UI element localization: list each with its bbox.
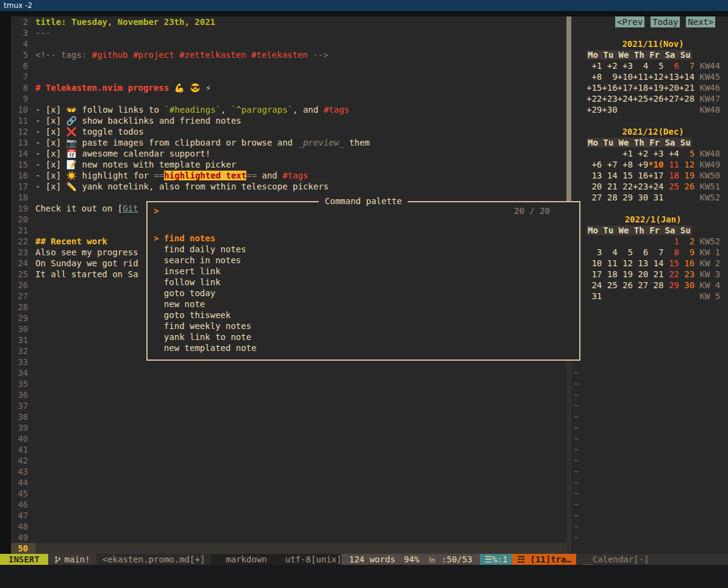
calendar-day[interactable]: +1 [618, 149, 633, 158]
editor-line[interactable]: 42 [11, 455, 566, 466]
calendar-day[interactable]: *10 [648, 160, 663, 169]
calendar-day[interactable]: 16 [679, 258, 694, 268]
editor-line[interactable]: 34 [11, 367, 566, 378]
calendar-day[interactable]: 14 [602, 171, 617, 180]
calendar-day[interactable]: +18 [633, 83, 648, 93]
calendar-day[interactable]: 9 [679, 247, 694, 257]
editor-line[interactable]: 40 [11, 433, 566, 444]
editor-line[interactable]: 39 [11, 422, 566, 433]
calendar-day[interactable]: +24 [648, 182, 663, 191]
editor-line[interactable]: 6 [11, 60, 566, 71]
calendar-day[interactable]: 15 [663, 258, 679, 268]
calendar-day[interactable]: 28 [602, 193, 617, 202]
editor-line[interactable]: 50 [11, 543, 566, 554]
editor-line[interactable]: 47 [11, 510, 566, 521]
calendar-day[interactable]: 22 [618, 182, 633, 191]
calendar-day[interactable]: +24 [618, 94, 633, 104]
calendar-day[interactable]: +8 [587, 72, 602, 82]
calendar-day[interactable]: 29 [663, 280, 679, 290]
calendar-day[interactable]: +17 [618, 83, 633, 93]
editor-line[interactable]: 7 [11, 71, 566, 82]
palette-item[interactable]: goto thisweek [148, 310, 579, 321]
git-branch[interactable]: main! [48, 554, 96, 565]
calendar-day[interactable]: 20 [633, 269, 648, 279]
calendar-day[interactable]: +12 [648, 72, 663, 82]
calendar-day[interactable]: 15 [618, 171, 633, 180]
palette-item[interactable]: find weekly notes [148, 321, 579, 331]
palette-item[interactable]: follow link [148, 277, 579, 288]
calendar-day[interactable]: +9 [633, 160, 648, 169]
calendar-day[interactable]: +14 [679, 72, 694, 82]
calendar-day[interactable]: +4 [663, 149, 679, 158]
calendar-day[interactable]: +6 [587, 160, 602, 169]
calendar-day[interactable]: +11 [633, 72, 648, 82]
editor-line[interactable]: 11- [x] 🔗 show backlinks and friend note… [11, 115, 566, 126]
editor-line[interactable]: 12- [x] ❌ toggle todos [11, 126, 566, 137]
calendar-day[interactable]: 7 [648, 247, 663, 257]
editor-line[interactable]: 3--- [11, 27, 566, 38]
editor-line[interactable]: 38 [11, 411, 566, 422]
calendar-day[interactable]: 18 [602, 269, 617, 279]
editor-line[interactable]: 14- [x] 📅 awesome calendar support! [11, 148, 566, 159]
calendar-day[interactable]: +2 [602, 61, 617, 71]
calendar-day[interactable]: +22 [587, 94, 602, 104]
editor-line[interactable]: 16- [x] ☀️ highlight for ==highlighted t… [11, 170, 566, 181]
calendar-day[interactable]: 23 [679, 269, 694, 279]
calendar-day[interactable]: 4 [602, 247, 617, 257]
calendar-day[interactable]: +27 [663, 94, 679, 104]
editor-line[interactable]: 4 [11, 38, 566, 49]
calendar-day[interactable]: +16 [602, 83, 617, 93]
calendar-day[interactable]: 27 [587, 193, 602, 202]
calendar-day[interactable]: +23 [602, 94, 617, 104]
palette-item[interactable]: new note [148, 299, 579, 310]
calendar-day[interactable]: 7 [679, 61, 694, 71]
calendar-day[interactable]: +17 [648, 171, 663, 180]
calendar-day[interactable]: 6 [663, 61, 679, 71]
calendar-day[interactable]: +8 [618, 160, 633, 169]
calendar-day[interactable]: 26 [618, 280, 633, 290]
calendar-day[interactable]: 14 [648, 258, 663, 268]
commandline[interactable]: :lua require('telekasten').panel() [0, 565, 728, 576]
calendar-day[interactable]: 25 [602, 280, 617, 290]
calendar-day[interactable]: +21 [679, 83, 694, 93]
calendar-day[interactable]: 22 [663, 269, 679, 279]
calendar-day[interactable]: +1 [587, 61, 602, 71]
next-button[interactable]: Next> [686, 16, 715, 27]
calendar-day[interactable]: 10 [587, 258, 602, 268]
palette-item[interactable]: find daily notes [148, 244, 579, 255]
calendar-day[interactable]: +10 [618, 72, 633, 82]
calendar-day[interactable]: +23 [633, 182, 648, 191]
calendar-day[interactable]: 5 [648, 61, 663, 71]
calendar-day[interactable]: 30 [633, 193, 648, 202]
calendar-day[interactable]: +30 [602, 105, 617, 115]
palette-item[interactable]: new templated note [148, 342, 579, 353]
calendar-day[interactable]: 21 [648, 269, 663, 279]
palette-item[interactable]: insert link [148, 266, 579, 277]
calendar-day[interactable]: +20 [663, 83, 679, 93]
editor-line[interactable]: 41 [11, 444, 566, 455]
editor-line[interactable]: 37 [11, 400, 566, 411]
editor-line[interactable]: 35 [11, 378, 566, 389]
editor-line[interactable]: 36 [11, 389, 566, 400]
calendar-day[interactable]: 30 [679, 280, 694, 290]
calendar-day[interactable]: +3 [618, 61, 633, 71]
calendar-day[interactable]: 9 [602, 72, 617, 82]
calendar-day[interactable]: 25 [663, 182, 679, 191]
calendar-day[interactable]: 18 [663, 171, 679, 180]
calendar-day[interactable]: 24 [587, 280, 602, 290]
calendar-day[interactable]: 19 [679, 171, 694, 180]
today-button[interactable]: Today [651, 16, 680, 27]
editor-line[interactable]: 10- [x] 👐 follow links to `#headings`, `… [11, 104, 566, 115]
calendar-day[interactable]: 13 [633, 258, 648, 268]
calendar-day[interactable]: +28 [679, 94, 694, 104]
palette-item[interactable]: search in notes [148, 255, 579, 266]
calendar-day[interactable]: +13 [663, 72, 679, 82]
calendar-day[interactable]: 2 [679, 236, 694, 246]
editor-line[interactable]: 48 [11, 521, 566, 532]
editor-line[interactable]: 17- [x] ✏️ yank notelink, also from wthi… [11, 181, 566, 192]
calendar-day[interactable]: 6 [633, 247, 648, 257]
editor-line[interactable]: 46 [11, 499, 566, 510]
calendar-day[interactable]: 29 [618, 193, 633, 202]
calendar-day[interactable]: +19 [648, 83, 663, 93]
calendar-day[interactable]: 26 [679, 182, 694, 191]
